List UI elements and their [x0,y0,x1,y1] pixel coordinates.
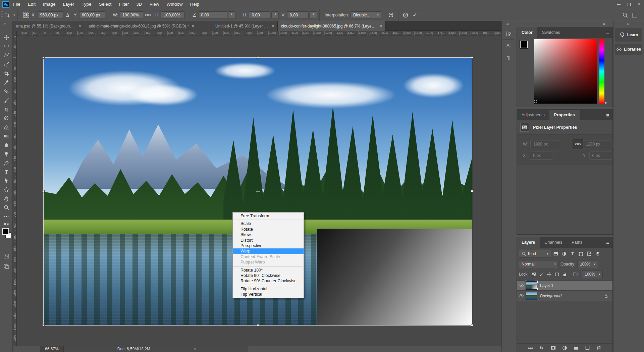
relative-position-toggle[interactable]: Δ [66,12,69,18]
document-tab-1[interactable]: ana.psd @ 55,1% (Background copy, RGB/8)… [13,21,85,31]
quick-selection-tool[interactable] [2,60,11,68]
learn-panel-button[interactable]: Learn [615,28,642,42]
prop-width-input[interactable]: 1920 px [530,140,560,148]
new-layer-icon[interactable] [585,345,590,351]
quick-mask-button[interactable] [2,252,11,260]
adjustment-filter-icon[interactable] [561,251,567,256]
x-input[interactable]: 960,00 px [37,11,63,19]
context-menu-item-rotate-180-[interactable]: Rotate 180° [233,268,304,273]
menu-edit[interactable]: Edit [24,0,39,9]
custom-shape-tool[interactable] [2,186,11,194]
blend-mode-select[interactable]: Normal▾ [519,260,558,268]
context-menu-item-distort[interactable]: Distort [233,238,304,243]
ruler-origin-corner[interactable] [13,31,17,36]
document-tab-2[interactable]: arid-climate-change-clouds-60013.jpg @ 5… [85,21,212,31]
lock-move-icon[interactable] [547,272,552,277]
menu-filter[interactable]: Filter [115,0,132,9]
saturation-brightness-box[interactable] [534,39,597,104]
menu-layer[interactable]: Layer [59,0,78,9]
menu-view[interactable]: View [146,0,163,9]
panel-dock-expand-icon[interactable]: ▸▸ [603,22,605,25]
commit-transform-icon[interactable]: ✓ [410,11,420,19]
edit-toolbar-tool[interactable] [2,213,11,221]
context-menu-item-warp[interactable]: Warp [233,248,304,254]
screen-mode-button[interactable] [2,262,11,270]
layer-filter-kind-select[interactable]: Kind▾ [519,250,551,258]
context-menu-item-free-transform[interactable]: Free Transform [233,213,304,219]
context-menu-item-perspective[interactable]: Perspective [233,243,304,248]
tab-close-icon[interactable]: × [271,23,274,28]
link-dimensions-icon[interactable] [143,11,153,19]
context-menu-item-rotate-90-counter-clockwise[interactable]: Rotate 90° Counter Clockwise [233,278,304,284]
cancel-transform-icon[interactable] [401,11,410,19]
layer-row-background[interactable]: Background [517,291,612,301]
tab-channels[interactable]: Channels [540,237,567,248]
tab-paths[interactable]: Paths [567,237,587,248]
crop-tool[interactable] [2,69,11,77]
visibility-toggle[interactable] [517,293,526,299]
delete-layer-icon[interactable] [596,345,602,351]
document-tab-3[interactable]: Untitled-1 @ 45,9% (Layer 1, RGB/8#) *× [212,21,278,31]
tab-close-icon[interactable]: × [192,23,195,28]
tab-adjustments[interactable]: Adjustments [517,110,549,120]
eraser-tool[interactable] [2,123,11,131]
menu-window[interactable]: Window [163,0,186,9]
v-skew-input[interactable]: 0,00 [287,11,309,19]
filter-toggle-icon[interactable] [595,251,600,256]
vertical-ruler[interactable]: 1005005010015020025030035040045050055060… [13,36,17,346]
new-adjustment-icon[interactable] [562,345,568,351]
layer-row-layer1[interactable]: Layer 1 [517,281,612,291]
interpolation-select[interactable]: Bicubic..▾ [351,11,381,19]
gradient-tool[interactable] [2,132,11,140]
type-tool[interactable]: T [2,168,11,176]
workspace-switcher-icon[interactable] [630,11,639,19]
context-menu-item-rotate[interactable]: Rotate [233,227,304,232]
zoom-tool[interactable] [2,203,11,212]
context-menu-item-skew[interactable]: Skew [233,232,304,237]
color-panel-menu-icon[interactable]: ≡ [603,27,612,38]
restore-button[interactable] [624,0,634,9]
zoom-level-field[interactable]: 66,67% [40,346,64,352]
brush-tool[interactable] [2,96,11,104]
link-layers-icon[interactable] [528,345,533,351]
height-input[interactable]: 100,00% [161,11,184,19]
context-menu-item-flip-vertical[interactable]: Flip Vertical [233,292,304,297]
rotation-input[interactable]: 0,00 [198,11,227,19]
width-input[interactable]: 100,00% [120,11,143,19]
link-wh-button[interactable] [573,139,583,149]
lock-transparent-icon[interactable] [531,272,536,277]
h-skew-input[interactable]: 0,00 [249,11,270,19]
right-dock-collapse-icon[interactable]: ◂◂ [627,22,629,25]
gradient-fill-layer[interactable] [317,229,472,326]
hand-tool[interactable] [2,195,11,203]
layer-effects-icon[interactable]: fx [539,345,545,351]
history-panel-icon[interactable] [503,28,514,40]
status-options-chevron-icon[interactable]: > [194,346,196,352]
context-menu-item-rotate-90-clockwise[interactable]: Rotate 90° Clockwise [233,273,304,278]
minimize-button[interactable] [614,0,624,9]
character-panel-icon[interactable]: A| [503,40,514,51]
blur-tool[interactable] [2,141,11,149]
menu-select[interactable]: Select [95,0,115,9]
y-input[interactable]: 600,00 px [79,11,105,19]
canvas-area[interactable]: Free TransformScaleRotateSkewDistortPers… [17,36,501,346]
path-selection-tool[interactable] [2,177,11,185]
menu-help[interactable]: Help [186,0,203,9]
lasso-tool[interactable] [2,51,11,59]
smart-object-filter-icon[interactable] [587,251,592,256]
dodge-tool[interactable] [2,150,11,158]
lock-paint-icon[interactable] [539,272,544,277]
prop-y-input[interactable]: 0 px [589,152,612,160]
document-tab-4[interactable]: clouds-conifer-daylight-388065.jpg @ 66,… [278,21,386,31]
eyedropper-tool[interactable] [2,78,11,86]
layer1-thumbnail[interactable] [526,281,537,290]
hue-slider-marker[interactable] [605,102,606,104]
pen-tool[interactable] [2,159,11,167]
visibility-toggle[interactable] [517,283,526,288]
tab-properties[interactable]: Properties [549,110,580,120]
horizontal-ruler[interactable]: 1005005010015020025030035040045050055060… [17,31,501,36]
menu-image[interactable]: Image [39,0,59,9]
lock-artboard-icon[interactable] [554,272,559,277]
new-group-icon[interactable] [573,345,579,351]
toolbar-collapse-icon[interactable]: » [4,22,5,25]
